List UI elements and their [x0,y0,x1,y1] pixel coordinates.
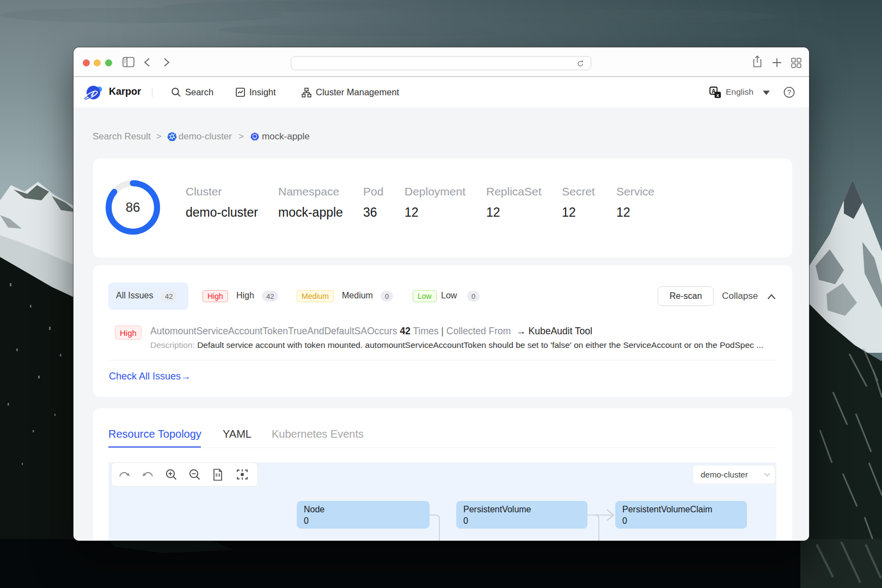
svg-text:86: 86 [126,200,140,215]
svg-text:?: ? [787,89,791,96]
svg-text:x: x [716,93,719,98]
